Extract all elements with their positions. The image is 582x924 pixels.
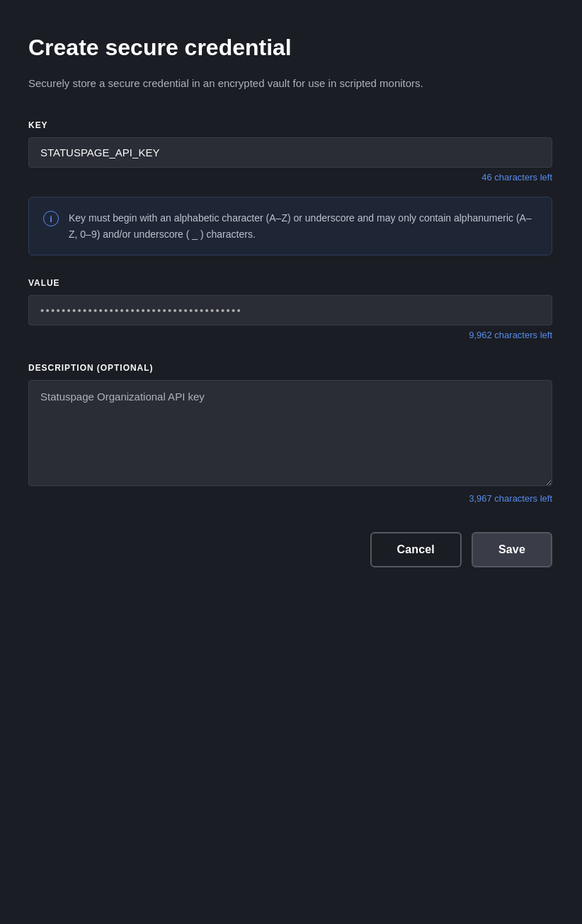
key-label: KEY xyxy=(28,120,554,130)
key-field-group: KEY 46 characters left i Key must begin … xyxy=(28,120,554,255)
page-description: Securely store a secure credential in an… xyxy=(28,75,552,92)
save-button[interactable]: Save xyxy=(472,532,552,567)
page-title: Create secure credential xyxy=(28,34,554,61)
button-row: Cancel Save xyxy=(28,532,552,567)
key-info-text: Key must begin with an alphabetic charac… xyxy=(69,210,537,242)
cancel-button[interactable]: Cancel xyxy=(370,532,462,567)
key-info-box: i Key must begin with an alphabetic char… xyxy=(28,197,552,255)
value-chars-left: 9,962 characters left xyxy=(28,330,552,340)
value-label: VALUE xyxy=(28,278,554,288)
description-label: DESCRIPTION (OPTIONAL) xyxy=(28,363,554,373)
key-input[interactable] xyxy=(28,137,552,168)
description-input[interactable] xyxy=(28,380,552,486)
key-chars-left: 46 characters left xyxy=(28,172,552,183)
description-field-group: DESCRIPTION (OPTIONAL) 3,967 characters … xyxy=(28,363,554,504)
value-field-group: VALUE 9,962 characters left xyxy=(28,278,554,340)
description-chars-left: 3,967 characters left xyxy=(28,493,552,504)
info-icon: i xyxy=(43,211,59,226)
value-input[interactable] xyxy=(28,295,552,325)
